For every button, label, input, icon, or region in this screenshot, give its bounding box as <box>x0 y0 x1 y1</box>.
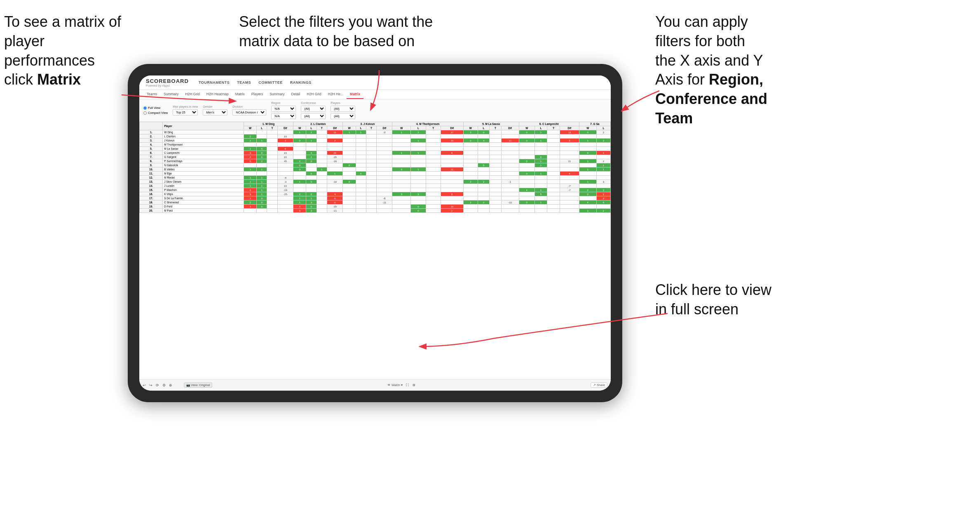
matrix-cell <box>356 139 366 143</box>
matrix-cell <box>463 143 478 147</box>
matrix-cell <box>519 205 535 209</box>
annotation-topleft: To see a matrix of player performances c… <box>4 12 128 90</box>
player-name[interactable]: J Lundin <box>163 184 244 188</box>
nav-teams[interactable]: TEAMS <box>237 80 251 85</box>
player-name[interactable]: C Lamprecht <box>163 151 244 155</box>
grid-btn[interactable]: ⊞ <box>413 383 415 387</box>
row-num: 12. <box>140 176 163 180</box>
player-name[interactable]: P Maichon <box>163 188 244 192</box>
division-label: Division <box>232 105 266 108</box>
player-name[interactable]: W Ding <box>163 130 244 134</box>
matrix-cell <box>535 180 547 184</box>
matrix-cell <box>377 172 392 176</box>
matrix-cell <box>478 167 489 172</box>
player-name[interactable]: K Vilips <box>163 192 244 196</box>
view-original-btn[interactable]: 📷 View: Original <box>184 382 212 388</box>
tab-players[interactable]: Players <box>248 90 266 99</box>
players-select-y[interactable]: (All) <box>331 113 355 119</box>
matrix-cell <box>356 205 366 209</box>
player-name[interactable]: C Sherwood <box>163 200 244 205</box>
matrix-cell <box>267 167 277 172</box>
player-name[interactable]: J Koivun <box>163 139 244 143</box>
matrix-cell <box>478 209 489 213</box>
matrix-cell <box>244 130 256 134</box>
matrix-cell: 1 <box>579 167 596 172</box>
full-view-radio[interactable]: Full View <box>143 106 168 110</box>
max-players-select[interactable]: Top 25 <box>173 109 198 116</box>
gender-select[interactable]: Men's <box>203 109 227 116</box>
conference-select-x[interactable]: (All) <box>301 106 326 112</box>
tab-matrix-active[interactable]: Matrix <box>347 90 363 99</box>
matrix-cell <box>547 139 560 143</box>
conference-select-y[interactable]: (All) <box>301 113 326 119</box>
scoreboard-nav: TOURNAMENTS TEAMS COMMITTEE RANKINGS <box>199 80 312 85</box>
max-players-filter: Max players in view Top 25 <box>173 105 198 116</box>
player-name[interactable]: N Gabrelcik <box>163 163 244 167</box>
player-name[interactable]: M Riedel <box>163 176 244 180</box>
player-name[interactable]: D Ford <box>163 205 244 209</box>
matrix-cell: 2 <box>596 130 610 134</box>
nav-committee[interactable]: COMMITTEE <box>258 80 283 85</box>
annotation-bottomright: Click here to view in full screen <box>655 280 771 319</box>
region-select-y[interactable]: N/A <box>271 113 296 119</box>
matrix-cell <box>441 163 463 167</box>
nav-rankings[interactable]: RANKINGS <box>290 80 312 85</box>
tab-summary2[interactable]: Summary <box>266 90 288 99</box>
matrix-cell: 2 <box>596 188 610 192</box>
matrix-cell: 3 <box>244 192 256 196</box>
matrix-cell: 0 <box>257 155 267 159</box>
row-num: 14. <box>140 184 163 188</box>
th-jkoivun: 3. J Koivun <box>343 122 392 126</box>
player-name[interactable]: G Sargent <box>163 155 244 159</box>
matrix-cell <box>426 155 441 159</box>
matrix-cell <box>377 188 392 192</box>
matrix-cell <box>343 159 356 163</box>
matrix-cell <box>411 196 426 200</box>
matrix-cell: 1 <box>596 167 610 172</box>
fullscreen-btn[interactable]: ⛶ <box>406 383 409 387</box>
player-name[interactable]: S De La Fuente <box>163 196 244 200</box>
tab-h2h-grid[interactable]: H2H Grid <box>182 90 203 99</box>
matrix-cell <box>392 143 411 147</box>
zoom-btn[interactable]: ⊕ <box>169 383 172 387</box>
refresh-btn[interactable]: ⟳ <box>156 383 159 387</box>
matrix-container: Player 1. W Ding 2. L Clanton 3. J Koivu… <box>139 122 611 371</box>
matrix-cell <box>596 147 610 151</box>
matrix-cell <box>356 134 366 139</box>
gender-label: Gender <box>203 105 227 108</box>
matrix-cell <box>535 151 547 155</box>
player-name[interactable]: M Ford <box>163 209 244 213</box>
tab-h2h-heatmap[interactable]: H2H Heatmap <box>203 90 232 99</box>
players-select-x[interactable]: (All) <box>331 106 355 112</box>
tab-detail[interactable]: Detail <box>288 90 304 99</box>
matrix-cell <box>501 155 519 159</box>
tab-matrix[interactable]: Matrix <box>232 90 248 99</box>
matrix-cell <box>343 192 356 196</box>
watch-btn[interactable]: 👁 Watch ▾ <box>387 383 403 387</box>
player-name[interactable]: M La Sasso <box>163 147 244 151</box>
matrix-cell: 1 <box>293 130 306 134</box>
matrix-cell: 0 <box>411 209 426 213</box>
player-name[interactable]: J Skov Olesen <box>163 180 244 184</box>
matrix-cell <box>463 134 478 139</box>
matrix-cell <box>441 176 463 180</box>
player-name[interactable]: M Ege <box>163 172 244 176</box>
player-name[interactable]: M Thorbjornsen <box>163 143 244 147</box>
redo-btn[interactable]: ↪ <box>149 383 152 387</box>
tab-h2h-grid2[interactable]: H2H Grid <box>303 90 324 99</box>
settings-btn[interactable]: ⚙ <box>162 383 166 387</box>
player-name[interactable]: B Valdes <box>163 167 244 172</box>
player-name[interactable]: P Summerhays <box>163 159 244 163</box>
compact-view-radio[interactable]: Compact View <box>143 111 168 115</box>
tab-teams[interactable]: Teams <box>143 90 160 99</box>
division-select[interactable]: NCAA Division I <box>232 109 266 116</box>
player-name[interactable]: L Clanton <box>163 134 244 139</box>
matrix-cell: 1 <box>579 209 596 213</box>
nav-tournaments[interactable]: TOURNAMENTS <box>199 80 230 85</box>
undo-btn[interactable]: ↩ <box>143 383 146 387</box>
share-btn[interactable]: ↗ Share <box>591 382 607 388</box>
matrix-cell <box>343 196 356 200</box>
tab-h2hhe[interactable]: H2H He... <box>325 90 347 99</box>
region-select-x[interactable]: N/A <box>271 106 296 112</box>
tab-summary[interactable]: Summary <box>160 90 182 99</box>
